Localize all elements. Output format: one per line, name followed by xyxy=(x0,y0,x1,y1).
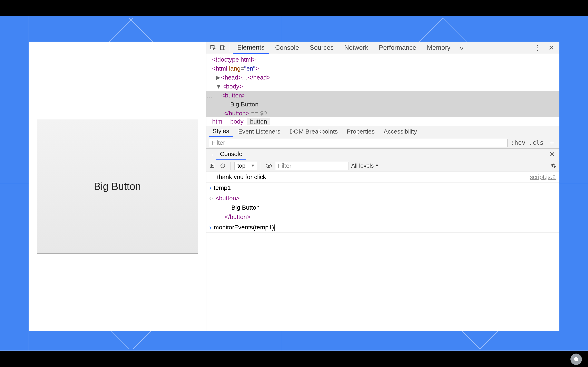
dom-line-head[interactable]: ▶<head>…</head> xyxy=(212,73,559,82)
elements-dom-tree[interactable]: <!doctype html> <html lang="en"> ▶<head>… xyxy=(207,54,559,117)
big-button[interactable]: Big Button xyxy=(37,119,198,254)
subtab-styles[interactable]: Styles xyxy=(209,126,233,137)
tab-network[interactable]: Network xyxy=(340,42,373,54)
devtools-tabbar: Elements Console Sources Network Perform… xyxy=(207,42,559,54)
log-levels-select[interactable]: All levels▼ xyxy=(351,162,379,169)
kebab-menu-icon[interactable]: ⋮ xyxy=(531,44,544,52)
device-toggle-icon[interactable] xyxy=(219,44,227,52)
drawer-tab-console[interactable]: Console xyxy=(216,149,246,160)
console-toolbar: top Filter All levels▼ xyxy=(207,160,559,171)
log-message: thank you for click xyxy=(217,172,266,182)
page-preview-pane: Big Button xyxy=(29,42,206,331)
prompt-out-icon: ‹· xyxy=(209,193,213,203)
tab-performance[interactable]: Performance xyxy=(374,42,421,54)
more-tabs-icon[interactable]: » xyxy=(457,44,466,52)
presentation-background: Big Button Elements Console Sources Netw… xyxy=(0,16,588,351)
svg-line-6 xyxy=(222,164,224,167)
chrome-logo-icon xyxy=(571,354,582,365)
dom-selected-node[interactable]: … <button> Big Button </button> == $0 xyxy=(207,91,559,117)
console-input-past: › temp1 xyxy=(207,183,559,193)
elements-breadcrumb: html body button xyxy=(207,117,559,126)
cls-toggle[interactable]: .cls xyxy=(529,139,544,146)
styles-filter-input[interactable]: Filter xyxy=(209,139,508,147)
crumb-button[interactable]: button xyxy=(247,118,270,125)
subtab-accessibility[interactable]: Accessibility xyxy=(380,126,421,137)
tab-elements[interactable]: Elements xyxy=(233,42,269,54)
subtab-properties[interactable]: Properties xyxy=(343,126,378,137)
dom-line-body-open[interactable]: ▼<body> xyxy=(212,82,559,91)
console-context-select[interactable]: top xyxy=(234,162,257,170)
tab-console[interactable]: Console xyxy=(270,42,303,54)
big-button-label: Big Button xyxy=(94,180,141,192)
prompt-in-icon: › xyxy=(209,223,211,232)
prompt-in-icon: › xyxy=(209,183,211,192)
console-settings-icon[interactable] xyxy=(550,162,558,170)
console-drawer: ⋮ Console ✕ top xyxy=(207,149,559,331)
log-source-link[interactable]: script.js:2 xyxy=(530,172,556,182)
elements-subtabs: Styles Event Listeners DOM Breakpoints P… xyxy=(207,126,559,137)
drawer-tabbar: ⋮ Console ✕ xyxy=(207,149,559,160)
tab-sources[interactable]: Sources xyxy=(305,42,338,54)
dom-line-html[interactable]: <html lang="en"> xyxy=(212,64,559,73)
svg-point-8 xyxy=(268,165,270,167)
live-expression-icon[interactable] xyxy=(265,162,273,170)
console-output[interactable]: thank you for click script.js:2 › temp1 … xyxy=(207,171,559,331)
subtab-dom-breakpoints[interactable]: DOM Breakpoints xyxy=(286,126,341,137)
new-style-rule-icon[interactable]: ＋ xyxy=(547,138,557,147)
inspect-element-icon[interactable] xyxy=(209,44,217,52)
log-row[interactable]: thank you for click script.js:2 xyxy=(207,171,559,183)
close-devtools-icon[interactable]: ✕ xyxy=(545,44,557,52)
clear-console-icon[interactable] xyxy=(219,162,227,170)
console-sidebar-toggle-icon[interactable] xyxy=(208,162,216,170)
drawer-menu-icon[interactable]: ⋮ xyxy=(208,150,216,158)
styles-filter-row: Filter :hov .cls ＋ xyxy=(207,137,559,149)
dom-line-doctype[interactable]: <!doctype html> xyxy=(212,55,559,64)
subtab-event-listeners[interactable]: Event Listeners xyxy=(234,126,284,137)
console-output-past: ‹· <button> Big Button </button> xyxy=(207,193,559,222)
devtools-panel: Elements Console Sources Network Perform… xyxy=(206,42,559,331)
crumb-html[interactable]: html xyxy=(209,118,227,125)
console-input-current[interactable]: › monitorEvents(temp1) xyxy=(207,222,559,233)
tab-memory[interactable]: Memory xyxy=(423,42,455,54)
hov-toggle[interactable]: :hov xyxy=(511,139,526,146)
close-drawer-icon[interactable]: ✕ xyxy=(546,150,558,158)
console-filter-input[interactable]: Filter xyxy=(275,162,349,170)
main-window: Big Button Elements Console Sources Netw… xyxy=(29,42,559,331)
crumb-body[interactable]: body xyxy=(227,118,247,125)
